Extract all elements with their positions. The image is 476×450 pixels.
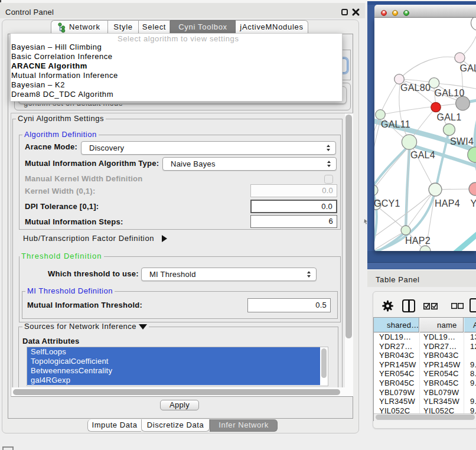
svg-text:GALS: GALS <box>460 63 476 73</box>
svg-text:Y: Y <box>471 198 476 208</box>
svg-text:HAP4: HAP4 <box>435 198 460 208</box>
svg-text:GAL80: GAL80 <box>400 83 431 93</box>
svg-text:GAL10: GAL10 <box>435 88 465 98</box>
svg-text:GAL11: GAL11 <box>381 119 410 129</box>
svg-text:SWI4: SWI4 <box>450 136 474 146</box>
svg-text:GCY1: GCY1 <box>374 198 400 208</box>
svg-text:GAL4: GAL4 <box>410 150 435 160</box>
svg-text:HAP2: HAP2 <box>405 236 431 246</box>
svg-text:GAL1: GAL1 <box>437 112 462 122</box>
